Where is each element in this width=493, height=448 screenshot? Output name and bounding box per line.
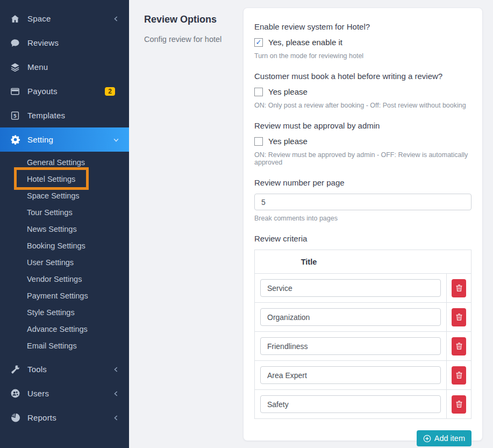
sidebar-item-news-settings[interactable]: News Settings	[0, 221, 129, 238]
sidebar-item-style-settings[interactable]: Style Settings	[0, 304, 129, 321]
sidebar-item-reports[interactable]: Reports	[0, 406, 129, 430]
chevron-left-icon	[113, 415, 119, 421]
sidebar-item-templates[interactable]: 5 Templates	[0, 103, 129, 127]
card-icon	[10, 86, 20, 97]
sidebar-item-booking-settings[interactable]: Booking Settings	[0, 238, 129, 254]
field-label: Review must be approval by admin	[254, 121, 471, 130]
delete-criteria-button[interactable]	[452, 279, 466, 297]
app-window: Space Reviews Menu	[0, 0, 493, 448]
criteria-table: Title	[254, 250, 471, 419]
criteria-title-input[interactable]	[260, 395, 441, 413]
sidebar-item-hotel-settings[interactable]: Hotel Settings	[0, 171, 129, 188]
chevron-left-icon	[113, 16, 119, 22]
svg-text:5: 5	[13, 113, 17, 118]
sidebar-item-user-settings[interactable]: User Settings	[0, 254, 129, 271]
criteria-row	[255, 360, 471, 389]
users-icon	[10, 388, 20, 399]
checkbox-label: Yes, please enable it	[268, 38, 342, 47]
circle-plus-icon	[423, 435, 431, 443]
sidebar-item-label: Templates	[27, 111, 119, 120]
chevron-down-icon	[113, 137, 119, 143]
trash-icon	[455, 284, 463, 292]
sidebar-item-label: Space	[27, 14, 113, 23]
sidebar-item-advance-settings[interactable]: Advance Settings	[0, 321, 129, 338]
approval-section: Review must be approval by admin Yes ple…	[254, 121, 471, 166]
sidebar-item-label: Payouts	[27, 87, 105, 96]
criteria-title-input[interactable]	[260, 337, 441, 355]
per-page-section: Review number per page Break comments in…	[254, 178, 471, 222]
trash-icon	[455, 313, 463, 321]
trash-icon	[455, 400, 463, 408]
sidebar-item-setting[interactable]: Setting	[0, 127, 129, 152]
criteria-row	[255, 389, 471, 418]
help-text: ON: Only post a review after booking - O…	[254, 102, 471, 109]
sidebar-item-space[interactable]: Space	[0, 6, 129, 31]
sidebar-main-nav: Space Reviews Menu	[0, 0, 129, 152]
hammer-icon	[10, 364, 20, 375]
sidebar-item-menu[interactable]: Menu	[0, 55, 129, 79]
sidebar-item-label: Tools	[27, 365, 113, 374]
sidebar: Space Reviews Menu	[0, 0, 129, 448]
chevron-left-icon	[113, 366, 119, 373]
criteria-cell	[255, 390, 446, 418]
sidebar-item-vendor-settings[interactable]: Vendor Settings	[0, 271, 129, 288]
sidebar-item-label: Setting	[27, 135, 113, 144]
page-intro: Review Options Config review for hotel	[129, 0, 243, 448]
criteria-cell	[255, 303, 446, 331]
field-label: Review number per page	[254, 178, 471, 187]
enable-review-section: Enable review system for Hotel? Yes, ple…	[254, 22, 471, 60]
checkbox-row: Yes, please enable it	[254, 38, 471, 47]
help-text: Turn on the mode for reviewing hotel	[254, 52, 471, 60]
layers-icon	[10, 62, 20, 73]
field-label: Enable review system for Hotel?	[254, 22, 471, 31]
gear-icon	[10, 134, 20, 145]
criteria-cell	[255, 361, 446, 389]
criteria-title-input[interactable]	[260, 308, 441, 326]
criteria-delete-cell	[446, 274, 471, 302]
field-label: Customer must book a hotel before writin…	[254, 72, 471, 81]
sidebar-item-payouts[interactable]: Payouts 2	[0, 79, 129, 103]
sidebar-item-email-settings[interactable]: Email Settings	[0, 338, 129, 354]
checkbox-row: Yes please	[254, 87, 471, 96]
criteria-title-input[interactable]	[260, 366, 441, 384]
must-book-checkbox[interactable]	[254, 88, 263, 96]
review-options-card: Enable review system for Hotel? Yes, ple…	[243, 8, 483, 441]
home-icon	[10, 13, 20, 24]
trash-icon	[455, 371, 463, 379]
delete-criteria-button[interactable]	[452, 366, 466, 385]
sidebar-item-tools[interactable]: Tools	[0, 357, 129, 381]
review-per-page-input[interactable]	[254, 194, 471, 210]
sidebar-item-label: Menu	[27, 62, 119, 72]
checkbox-label: Yes please	[268, 87, 308, 96]
add-item-label: Add item	[434, 434, 465, 443]
sidebar-item-payment-settings[interactable]: Payment Settings	[0, 288, 129, 304]
delete-criteria-button[interactable]	[452, 337, 466, 355]
approval-checkbox[interactable]	[254, 137, 263, 146]
checkbox-label: Yes please	[268, 137, 308, 146]
delete-criteria-button[interactable]	[452, 395, 466, 414]
chevron-left-icon	[113, 390, 119, 397]
enable-review-checkbox[interactable]	[254, 38, 263, 47]
sidebar-item-label: Reviews	[27, 38, 119, 47]
checkbox-row: Yes please	[254, 137, 471, 146]
payouts-count-badge: 2	[105, 87, 115, 96]
delete-criteria-button[interactable]	[452, 308, 466, 326]
sidebar-item-tour-settings[interactable]: Tour Settings	[0, 204, 129, 221]
criteria-row	[255, 302, 471, 331]
html5-icon: 5	[10, 110, 20, 121]
sidebar-item-general-settings[interactable]: General Settings	[0, 154, 129, 171]
sidebar-item-reviews[interactable]: Reviews	[0, 31, 129, 55]
pie-icon	[10, 413, 20, 423]
sidebar-item-label: Reports	[27, 413, 113, 422]
criteria-title-input[interactable]	[260, 279, 441, 297]
main-content: Review Options Config review for hotel E…	[129, 0, 493, 448]
help-text: Break comments into pages	[254, 215, 471, 222]
sidebar-item-users[interactable]: Users	[0, 381, 129, 406]
criteria-delete-cell	[446, 332, 471, 360]
sidebar-item-space-settings[interactable]: Space Settings	[0, 188, 129, 204]
criteria-cell	[255, 274, 446, 302]
sidebar-bottom-nav: Tools Users Reports	[0, 357, 129, 430]
add-item-button[interactable]: Add item	[417, 430, 471, 446]
criteria-cell	[255, 332, 446, 360]
must-book-section: Customer must book a hotel before writin…	[254, 72, 471, 109]
